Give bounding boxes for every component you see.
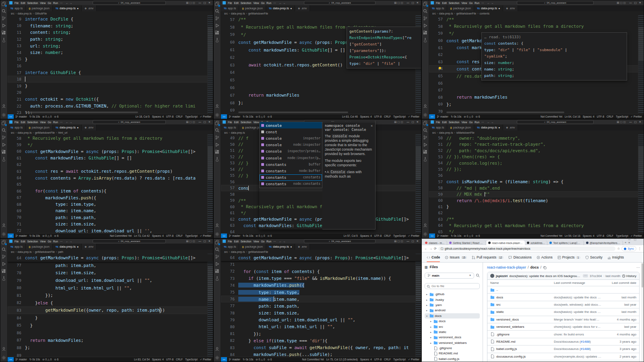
page-scrollbar[interactable] [641,263,644,362]
problems-item[interactable]: ⊘ 0 △ 0 [256,115,265,118]
tree-item-src[interactable]: ▸src [425,324,480,329]
layout-icons[interactable]: ▤ ▢ ◫ [394,240,403,243]
cursor-position-item[interactable]: Ln 64, Col 16 [565,115,580,118]
file-name-cell[interactable]: README.md [490,339,554,343]
file-name-cell[interactable]: versioned_docs [490,317,554,321]
search-icon[interactable] [215,247,219,252]
layout-icons[interactable]: ▤ ▢ ◫ [186,240,195,243]
ports-item[interactable]: ⊙ 6 [54,358,58,361]
git-branch-item[interactable]: master [229,115,240,118]
layout-icons[interactable]: ▤ ▢ ◫ [394,120,403,124]
search-icon[interactable] [2,247,6,252]
tree-item-versioned-sidebars[interactable]: ▸versioned_sidebars [425,340,480,345]
status-item[interactable]: CRLF [384,358,391,361]
cursor-position-item[interactable]: Ln 57, Col 5 [344,234,358,237]
explorer-icon[interactable] [2,240,6,244]
window-controls[interactable]: — ▢ ✕ [407,240,419,243]
status-item[interactable]: ✓ Prettier [200,115,211,118]
source-control-icon[interactable] [215,16,219,21]
copy-path-icon[interactable] [543,266,547,269]
editor-tab-app-ts[interactable]: TSapp.ts [221,244,239,250]
tree-item--github[interactable]: ▸.github [425,292,480,297]
minimap[interactable] [638,134,644,233]
editor-tab-data-prep-ts[interactable]: TSdata-prep.ts● [474,5,503,11]
editor-tab-data-prep-ts[interactable]: TSdata-prep.ts● [53,244,82,250]
tree-item-babel-config-js[interactable]: babel.config.js [425,356,480,362]
account-icon[interactable] [423,223,427,228]
window-controls[interactable]: — ▢ ✕ [198,120,211,124]
minimap[interactable] [207,134,213,233]
file-name-link[interactable]: docusaurus.config.js [496,355,526,358]
settings-icon[interactable] [423,232,427,236]
suggest-item[interactable]: consolenode:inspector [260,142,322,148]
tree-item-docs[interactable]: ▸docs [425,319,480,324]
tree-item-static[interactable]: ▸static [425,329,480,335]
editor-tab--env[interactable]: ⚙.env [503,5,518,11]
minimap[interactable] [415,254,421,357]
extensions-icon[interactable] [423,150,427,154]
commit-message-cell[interactable]: chore(example,docs): updates (#2083) [554,355,605,358]
file-name-link[interactable]: .. [496,288,498,292]
command-center-search[interactable]: ⌕04_mcp_assistant [93,239,166,243]
remote-indicator[interactable]: >< [221,234,227,238]
menu-item-selection[interactable]: Selection [449,2,460,4]
file-row[interactable]: staticdocs(basics): update the docs on i… [487,308,639,315]
file-name-cell[interactable]: .gitignore [490,332,554,336]
repo-tab-insights[interactable]: Insights [607,252,624,262]
browser-tab[interactable]: react-native-track-player/doc… [486,240,525,245]
remote-indicator[interactable]: >< [8,234,14,238]
git-branch-item[interactable]: master [15,234,27,237]
status-item[interactable]: UTF-8 [374,358,382,361]
profile-sync-button[interactable]: Sync [621,246,636,251]
status-item[interactable]: CRLF [176,234,183,237]
status-item[interactable]: CRLF [607,234,613,237]
suggest-item[interactable]: consolenode:inspector/p… [260,155,322,161]
ports-item[interactable]: ⊙ 6 [475,115,480,118]
status-item[interactable]: UTF-8 [166,234,173,237]
remote-indicator[interactable]: >< [429,114,435,119]
window-controls[interactable]: — ▢ ✕ [629,1,642,4]
source-control-icon[interactable] [215,254,219,259]
tree-item-docs[interactable]: ▾docs [425,313,480,319]
source-control-icon[interactable] [215,135,219,140]
file-row[interactable]: README.mdDocs/docusaurus (#1488)3 years … [487,338,639,345]
history-nav-icons[interactable]: ← → [279,2,286,4]
menu-item-go[interactable]: Go [47,2,51,4]
status-item[interactable]: ✓ Prettier [408,115,419,118]
commit-author[interactable]: jspizziri [496,274,508,278]
suggest-item[interactable]: constantsnode:constants [260,181,322,187]
code-editor[interactable]: 58 * Recursively get all markdown files … [8,134,213,233]
repo-tab-projects[interactable]: Projects1 [557,252,580,262]
testing-icon[interactable] [423,157,427,161]
tree-item-android[interactable]: ▸android [425,308,480,313]
search-icon[interactable] [423,9,427,13]
testing-icon[interactable] [215,38,219,42]
source-control-icon[interactable] [2,135,6,140]
breadcrumb-item[interactable]: contents [479,12,489,15]
menu-item-[interactable]: ··· [60,2,63,4]
menu-item-edit[interactable]: Edit [234,2,238,4]
menu-item-selection[interactable]: Selection [241,2,252,4]
problems-item[interactable]: ⊘ 0 △ 0 [256,358,265,361]
explorer-icon[interactable] [2,121,6,125]
file-name-cell[interactable]: versioned_sidebars [490,325,554,329]
menu-item-file[interactable]: File [228,2,232,4]
file-row[interactable]: docusaurus.config.jschore(example,docs):… [487,353,639,360]
menu-item-view[interactable]: View [253,121,259,124]
status-item[interactable]: CRLF [607,115,613,118]
suggest-item[interactable]: const [260,128,322,135]
file-row[interactable]: babel.config.jsDocs/docusaurus (#1488)3 … [487,345,639,352]
status-item[interactable]: Spaces: 4 [583,115,594,118]
not-committed-item[interactable]: Not Committed Yet [110,234,132,237]
commit-message[interactable]: docs(basics): update the docs on iOS bac… [509,274,581,278]
command-center-search[interactable]: ⌕04_mcp_assistant [304,1,376,5]
menu-item-run[interactable]: Run [266,240,271,243]
code-editor[interactable]: 57/**58 * Recursively get all markdown f… [221,15,421,114]
git-branch-item[interactable]: master [229,234,240,237]
breadcrumb-item[interactable]: data-prep.ts [231,131,245,134]
breadcrumb-item[interactable]: getMarkdownFile [35,131,55,134]
menu-item-edit[interactable]: Edit [21,2,25,4]
cursor-position-item[interactable]: Ln 75, Col 12 (15 selected) [326,358,358,361]
breadcrumb-item[interactable]: getMarkdownFile [248,12,268,15]
breadcrumb-item[interactable]: path [58,250,63,253]
